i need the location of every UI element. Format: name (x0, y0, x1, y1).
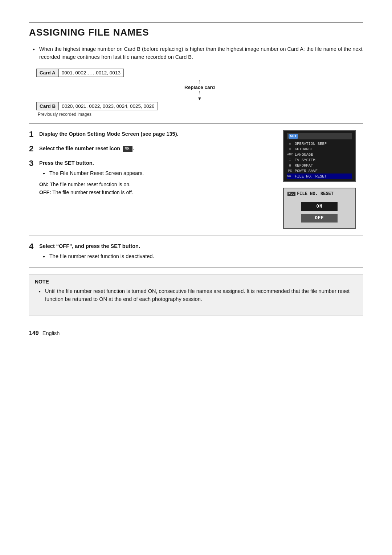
menu-item-label: TV SYSTEM (295, 158, 315, 162)
off-text: The file number reset function is off. (52, 189, 133, 195)
screen1-menu-item: ABCLANGUAGE (287, 152, 352, 157)
page-footer: 149 English (29, 330, 363, 336)
step-2: 2 Select the file number reset icon No.. (29, 145, 272, 153)
step-4-body: The file number reset function is deacti… (39, 253, 363, 261)
screen1-menu-item: ≡GUIDANCE (287, 146, 352, 152)
step-4-title: Select “OFF”, and press the SET button. (39, 242, 140, 250)
card-a-values: 0001, 0002……0012, 0013 (58, 69, 123, 77)
step-2-title: Select the file number reset icon No.. (39, 145, 134, 152)
menu-item-label: GUIDANCE (295, 147, 313, 151)
off-label: OFF: (39, 189, 51, 195)
menu-item-icon: ≡ (287, 147, 293, 151)
step-2-header: 2 Select the file number reset icon No.. (29, 145, 272, 153)
no-badge: No. (287, 192, 295, 196)
step-3-title: Press the SET button. (39, 159, 94, 167)
step-2-number: 2 (29, 145, 37, 153)
intro-bullet-list: When the highest image number on Card B … (29, 45, 363, 61)
step-3-bullets: The File Number Reset Screen appears. (39, 170, 272, 177)
note-bullets: Until the file number reset function is … (35, 287, 357, 303)
replace-card-label: Replace card (184, 85, 215, 90)
card-b-table: Card B 0020, 0021, 0022, 0023, 0024, 002… (36, 102, 158, 110)
intro-bullet-item: When the highest image number on Card B … (33, 45, 363, 61)
on-off-block: ON: The file number reset function is on… (39, 180, 272, 197)
screen1-menu: ▲OPERATION BEEP≡GUIDANCEABCLANGUAGE□TV S… (287, 141, 352, 179)
section-divider-1 (29, 123, 363, 124)
replace-card-row: ⁝ Replace card ⁝▼ (36, 78, 363, 102)
note-bullet-1: Until the file number reset function is … (38, 287, 357, 303)
step-4-bullet-1: The file number reset function is deacti… (43, 253, 363, 261)
menu-item-icon: ▦ (287, 164, 293, 167)
section-divider-3 (29, 267, 363, 268)
card-a-label: Card A (37, 69, 59, 77)
step-3: 3 Press the SET button. The File Number … (29, 159, 272, 197)
menu-item-label: LANGUAGE (295, 152, 313, 157)
step-4-number: 4 (29, 242, 37, 250)
page-number: 149 (29, 330, 39, 336)
step-3-body: The File Number Reset Screen appears. ON… (39, 170, 272, 197)
file-reset-title-text: FILE NO. RESET (297, 191, 334, 196)
previously-text: Previously recorded images (38, 112, 363, 117)
step-2-title-text: Select the file number reset icon (39, 146, 120, 151)
section-title: ASSIGNING FILE NAMES (29, 27, 363, 38)
menu-item-label: POWER SAVE (295, 169, 318, 173)
down-arrows: ⁝ (36, 79, 363, 85)
top-rule (29, 22, 363, 23)
step-1-title: Display the Option Setting Mode Screen (… (39, 130, 179, 138)
note-section: NOTE Until the file number reset functio… (29, 274, 363, 315)
menu-item-icon: PS (287, 169, 293, 173)
card-a-table: Card A 0001, 0002……0012, 0013 (36, 69, 124, 77)
card-table-wrapper: Card A 0001, 0002……0012, 0013 ⁝ Replace … (36, 69, 363, 117)
menu-item-icon: No. (287, 175, 293, 178)
on-line: ON: The file number reset function is on… (39, 180, 272, 188)
screen1-header: SET (287, 133, 352, 139)
file-reset-btn-on[interactable]: ON (301, 202, 338, 211)
screens-column: SET ▲OPERATION BEEP≡GUIDANCEABCLANGUAGE□… (283, 130, 363, 229)
menu-item-icon: □ (287, 158, 293, 162)
step-1-header: 1 Display the Option Setting Mode Screen… (29, 130, 272, 138)
step-4-header: 4 Select “OFF”, and press the SET button… (29, 242, 363, 250)
content-area: 1 Display the Option Setting Mode Screen… (29, 130, 363, 229)
step-3-header: 3 Press the SET button. (29, 159, 272, 167)
note-title: NOTE (35, 279, 357, 285)
footer-language: English (42, 330, 60, 336)
set-badge: SET (289, 134, 298, 139)
camera-screen-1: SET ▲OPERATION BEEP≡GUIDANCEABCLANGUAGE□… (283, 130, 356, 182)
step-1: 1 Display the Option Setting Mode Screen… (29, 130, 272, 138)
menu-item-icon: ABC (287, 153, 293, 156)
on-text: The file number reset function is on. (50, 181, 131, 187)
file-reset-title: No. FILE NO. RESET (287, 191, 351, 196)
off-line: OFF: The file number reset function is o… (39, 188, 272, 196)
menu-item-label: REFORMAT (295, 163, 313, 168)
step-3-bullet-1: The File Number Reset Screen appears. (43, 170, 272, 177)
menu-item-label: OPERATION BEEP (295, 142, 327, 146)
screen1-menu-item: ▦REFORMAT (287, 163, 352, 168)
menu-item-label: FILE NO. RESET (295, 174, 327, 179)
screen1-menu-item: ▲OPERATION BEEP (287, 141, 352, 146)
step-4-bullets: The file number reset function is deacti… (39, 253, 363, 261)
file-reset-screen: No. FILE NO. RESET ON OFF (283, 188, 356, 229)
section-divider-2 (29, 236, 363, 236)
down-arrow-2: ⁝▼ (36, 90, 363, 101)
screen1-menu-item: No.FILE NO. RESET (287, 174, 352, 179)
file-reset-btn-off[interactable]: OFF (301, 214, 338, 223)
step-4: 4 Select “OFF”, and press the SET button… (29, 242, 363, 261)
card-b-label: Card B (37, 102, 59, 110)
screen1-menu-item: □TV SYSTEM (287, 157, 352, 163)
menu-item-icon: ▲ (287, 142, 293, 146)
step-1-number: 1 (29, 130, 37, 138)
card-b-values: 0020, 0021, 0022, 0023, 0024, 0025, 0026 (59, 102, 158, 110)
file-number-icon: No. (123, 146, 132, 152)
screen1-menu-item: PSPOWER SAVE (287, 168, 352, 174)
steps-column: 1 Display the Option Setting Mode Screen… (29, 130, 283, 229)
step-3-number: 3 (29, 159, 37, 167)
step-2-period: . (132, 146, 134, 151)
on-label: ON: (39, 181, 49, 187)
